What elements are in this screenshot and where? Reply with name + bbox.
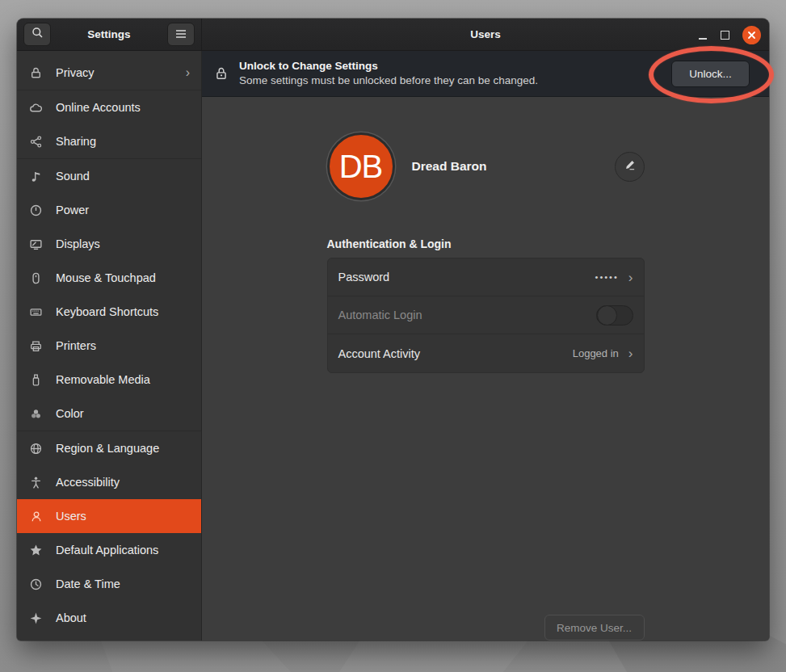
sidebar-item-label: Default Applications bbox=[56, 544, 190, 556]
sidebar-item-mouse-touchpad[interactable]: Mouse & Touchpad bbox=[17, 261, 201, 295]
account-activity-label: Account Activity bbox=[338, 347, 573, 360]
automatic-login-label: Automatic Login bbox=[338, 309, 596, 321]
sidebar-item-label: Mouse & Touchpad bbox=[56, 271, 190, 284]
search-button[interactable] bbox=[23, 23, 51, 46]
sidebar-item-label: Power bbox=[56, 204, 190, 216]
search-icon bbox=[32, 27, 44, 42]
chevron-right-icon: › bbox=[186, 66, 190, 79]
user-header-row: DB Dread Baron bbox=[327, 129, 645, 204]
password-label: Password bbox=[338, 271, 595, 284]
sidebar-item-region-language[interactable]: Region & Language bbox=[17, 431, 201, 465]
panel-title: Users bbox=[202, 28, 769, 40]
printer-icon bbox=[29, 339, 43, 353]
rename-user-button[interactable] bbox=[615, 152, 645, 182]
settings-title: Settings bbox=[51, 28, 167, 40]
users-icon bbox=[29, 510, 43, 523]
sidebar-item-label: Keyboard Shortcuts bbox=[56, 305, 190, 318]
sidebar-item-about[interactable]: About bbox=[17, 601, 201, 635]
auth-list: Password ••••• › Automatic Login Account… bbox=[327, 258, 645, 373]
sidebar-item-power[interactable]: Power bbox=[17, 193, 201, 227]
flash-drive-icon bbox=[29, 373, 43, 387]
account-activity-value: Logged in bbox=[573, 347, 619, 359]
sidebar-item-label: Printers bbox=[56, 339, 190, 352]
sidebar-item-label: Removable Media bbox=[56, 373, 190, 386]
sidebar-item-users[interactable]: Users bbox=[17, 499, 201, 533]
close-button[interactable] bbox=[742, 26, 761, 44]
remove-user-button[interactable]: Remove User... bbox=[544, 615, 645, 640]
power-icon bbox=[29, 204, 43, 217]
sidebar-item-date-time[interactable]: Date & Time bbox=[17, 567, 201, 601]
accessibility-icon bbox=[29, 476, 43, 489]
avatar[interactable]: DB bbox=[327, 132, 395, 200]
mouse-icon bbox=[29, 271, 43, 285]
automatic-login-row: Automatic Login bbox=[328, 296, 644, 334]
sidebar-item-privacy[interactable]: Privacy › bbox=[17, 56, 201, 90]
sidebar-item-label: Date & Time bbox=[56, 578, 190, 590]
sparkle-icon bbox=[29, 611, 43, 625]
toggle-knob bbox=[597, 305, 617, 326]
chevron-right-icon: › bbox=[628, 271, 633, 284]
user-name: Dread Baron bbox=[412, 159, 615, 174]
cloud-icon bbox=[29, 101, 43, 115]
globe-icon bbox=[29, 442, 43, 456]
banner-text: Unlock to Change Settings Some settings … bbox=[239, 59, 671, 88]
sidebar-item-removable-media[interactable]: Removable Media bbox=[17, 363, 201, 397]
headerbar-right: Users bbox=[202, 19, 769, 50]
sidebar-item-label: Online Accounts bbox=[56, 101, 190, 114]
lock-icon bbox=[29, 66, 43, 80]
close-icon bbox=[747, 31, 756, 40]
lock-icon bbox=[214, 66, 229, 81]
password-value: ••••• bbox=[595, 272, 619, 282]
banner-subtitle: Some settings must be unlocked before th… bbox=[239, 74, 671, 88]
star-icon bbox=[29, 544, 43, 557]
sidebar-item-label: Sound bbox=[56, 170, 190, 183]
display-icon bbox=[29, 237, 43, 251]
unlock-button[interactable]: Unlock... bbox=[671, 61, 750, 87]
section-title: Authentication & Login bbox=[327, 237, 645, 250]
sidebar-item-displays[interactable]: Displays bbox=[17, 227, 201, 261]
sidebar-item-sound[interactable]: Sound bbox=[17, 159, 201, 193]
sidebar: Privacy › Online Accounts bbox=[17, 51, 202, 640]
headerbar-left: Settings bbox=[17, 19, 202, 50]
chevron-right-icon: › bbox=[628, 346, 633, 360]
clock-icon bbox=[29, 578, 43, 591]
sidebar-item-label: Sharing bbox=[56, 135, 190, 148]
share-icon bbox=[29, 135, 43, 149]
sidebar-item-default-applications[interactable]: Default Applications bbox=[17, 533, 201, 567]
users-panel: Unlock to Change Settings Some settings … bbox=[202, 51, 769, 640]
sidebar-item-label: About bbox=[56, 611, 190, 624]
sidebar-item-online-accounts[interactable]: Online Accounts bbox=[17, 90, 201, 124]
music-note-icon bbox=[29, 170, 43, 183]
automatic-login-toggle[interactable] bbox=[596, 305, 633, 326]
settings-window: Settings Users bbox=[17, 19, 769, 640]
hamburger-icon bbox=[175, 27, 187, 42]
sidebar-item-sharing[interactable]: Sharing bbox=[17, 124, 201, 158]
pencil-icon bbox=[624, 159, 636, 174]
unlock-banner: Unlock to Change Settings Some settings … bbox=[202, 51, 769, 97]
keyboard-icon bbox=[29, 305, 43, 319]
minimize-button[interactable] bbox=[698, 30, 708, 40]
password-row[interactable]: Password ••••• › bbox=[328, 258, 644, 296]
users-content: DB Dread Baron Authentication & Login bbox=[202, 97, 769, 640]
sidebar-item-label: Color bbox=[56, 407, 190, 420]
color-icon bbox=[29, 407, 43, 421]
account-activity-row[interactable]: Account Activity Logged in › bbox=[328, 334, 644, 372]
sidebar-item-label: Accessibility bbox=[56, 476, 190, 489]
window-controls bbox=[698, 19, 761, 51]
headerbar: Settings Users bbox=[17, 19, 769, 51]
sidebar-item-label: Users bbox=[56, 510, 190, 523]
sidebar-item-label: Privacy bbox=[56, 66, 186, 79]
sidebar-item-color[interactable]: Color bbox=[17, 397, 201, 430]
maximize-button[interactable] bbox=[721, 31, 729, 40]
sidebar-item-label: Region & Language bbox=[56, 442, 190, 455]
sidebar-item-accessibility[interactable]: Accessibility bbox=[17, 465, 201, 499]
banner-title: Unlock to Change Settings bbox=[239, 59, 671, 74]
sidebar-item-printers[interactable]: Printers bbox=[17, 329, 201, 363]
sidebar-item-keyboard-shortcuts[interactable]: Keyboard Shortcuts bbox=[17, 295, 201, 329]
menu-button[interactable] bbox=[167, 23, 195, 46]
sidebar-item-label: Displays bbox=[56, 237, 190, 250]
